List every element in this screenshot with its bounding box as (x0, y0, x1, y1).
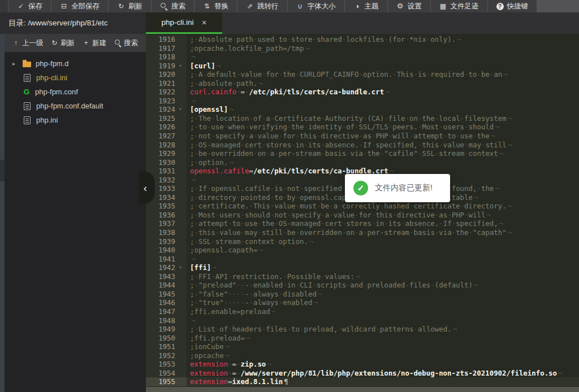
fold-spacer (175, 176, 185, 185)
line-number: 1944 (146, 281, 175, 290)
code-line[interactable]: 1929;·be·overridden·on·a·per-stream·basi… (146, 149, 579, 158)
code-line[interactable]: 1938;·this·value·may·still·be·overridden… (146, 228, 579, 237)
fold-toggle-icon[interactable]: ▾ (175, 62, 185, 71)
line-number: 1951 (146, 342, 175, 351)
code-line[interactable]: 1940;openssl.capath=¬ (146, 246, 579, 255)
line-content: curl.cainfo·=·/etc/pki/tls/certs/ca-bund… (187, 88, 579, 97)
toolbar-button-font-size[interactable]: ∪字体大小 (288, 0, 344, 12)
line-gutter: 1938 (146, 228, 187, 237)
code-line[interactable]: 1928;·OS-managed·cert·stores·in·its·abse… (146, 141, 579, 150)
code-line[interactable]: 1937;·attempt·to·use·the·OS-managed·cert… (146, 219, 579, 228)
line-number: 1950 (146, 334, 175, 343)
toolbar-button-shortcuts[interactable]: ?快捷键 (488, 0, 537, 12)
line-gutter: 1935 (146, 202, 187, 211)
caret-right-icon[interactable]: ▸ (12, 60, 18, 67)
toolbar-button-settings[interactable]: ⚙设置 (388, 0, 430, 12)
code-line[interactable]: 1945;·"false"····-·always·disabled¬ (146, 290, 579, 299)
tab-php-cli-ini[interactable]: php-cli.ini × (146, 12, 222, 34)
code-line[interactable]: 1936;·Most·users·should·not·specify·a·va… (146, 211, 579, 220)
code-line[interactable]: 1953extension·=·zip.so¬ (146, 360, 579, 369)
line-content: ;·The·location·of·a·Certificate·Authorit… (187, 114, 579, 123)
code-line[interactable]: 1926;·to·use·when·verifying·the·identity… (146, 123, 579, 132)
line-number: 1924 (146, 105, 175, 114)
code-line[interactable]: 1941¬ (146, 255, 579, 264)
code-line[interactable]: 1939;·SSL·stream·context·option.¬ (146, 237, 579, 246)
code-line[interactable]: 1947;ffi.enable=preload¬ (146, 307, 579, 316)
tree-item-php-ini[interactable]: php.ini (5, 113, 146, 127)
main-area: ↑上一级↻刷新+新建搜索 ▸php-fpm.dphp-cli.iniGphp-f… (0, 34, 579, 392)
file-name: php.ini (36, 116, 58, 124)
toolbar-button-replace[interactable]: ⇅替换 (195, 0, 237, 12)
sidebar-action-up-level[interactable]: ↑上一级 (12, 38, 44, 48)
toolbar-button-search[interactable]: 搜索 (152, 0, 194, 12)
code-line[interactable]: 1935;·certificate.·This·value·must·be·a·… (146, 202, 579, 211)
search-icon (160, 2, 168, 10)
code-line[interactable]: 1920;·A·default·value·for·the·CURLOPT_CA… (146, 70, 579, 79)
code-line[interactable]: 1927;·not·specify·a·value·for·this·direc… (146, 132, 579, 141)
code-line[interactable]: 1944;·"preload"··-·enabled·in·CLI·script… (146, 281, 579, 290)
line-content: ;·be·overridden·on·a·per-stream·basis·vi… (187, 149, 579, 158)
code-line[interactable]: 1955extension=ixed.8.1.lin¶ (146, 377, 579, 386)
fold-spacer (175, 316, 185, 325)
code-line[interactable]: 1950;ffi.preload=¬ (146, 334, 579, 343)
line-gutter: 1927 (146, 132, 187, 141)
theme-icon: ◑ (353, 2, 361, 10)
code-line[interactable]: 1952;opcache¬ (146, 351, 579, 360)
line-number: 1917 (146, 44, 175, 53)
code-line[interactable]: 1918¬ (146, 53, 579, 62)
code-line[interactable]: 1923¬ (146, 97, 579, 106)
fold-spacer (175, 272, 185, 281)
sidebar-action-label: 新建 (92, 38, 106, 48)
horizontal-scrollbar[interactable] (146, 387, 579, 392)
close-icon[interactable]: × (202, 18, 207, 27)
code-line[interactable]: 1925;·The·location·of·a·Certificate·Auth… (146, 114, 579, 123)
sidebar-action-refresh-side[interactable]: ↻刷新 (51, 38, 75, 48)
code-editor[interactable]: 1916;·Absolute·path·used·to·store·shared… (146, 34, 579, 392)
fold-spacer (175, 281, 185, 290)
toolbar-button-save[interactable]: ✓保存 (8, 0, 51, 12)
code-line[interactable]: 1948¬ (146, 316, 579, 325)
code-line[interactable]: 1921;·absolute·path.¬ (146, 79, 579, 88)
line-gutter: 1950 (146, 334, 187, 343)
code-line[interactable]: 1943;·FFI·API·restriction.·Possible·valu… (146, 272, 579, 281)
code-line[interactable]: 1954extension·=·/www/server/php/81/lib/p… (146, 369, 579, 378)
tree-item-php-fpm-conf[interactable]: Gphp-fpm.conf (5, 85, 146, 99)
line-number: 1922 (146, 88, 175, 97)
line-number: 1952 (146, 351, 175, 360)
sidebar-collapse-handle[interactable]: ‹ (139, 171, 155, 204)
tree-item-php-cli-ini[interactable]: php-cli.ini (5, 71, 146, 85)
fold-toggle-icon[interactable]: ▾ (175, 263, 185, 272)
code-line[interactable]: 1922curl.cainfo·=·/etc/pki/tls/certs/ca-… (146, 88, 579, 97)
sidebar-action-new[interactable]: +新建 (83, 38, 106, 48)
toolbar-button-theme[interactable]: ◑主题 (345, 0, 387, 12)
line-gutter: 1944 (146, 281, 187, 290)
line-content: ;opcache.lockfile_path=/tmp¬ (187, 44, 579, 53)
code-line[interactable]: 1951;ionCube¬ (146, 342, 579, 351)
code-line[interactable]: 1919▾[curl]¬ (146, 62, 579, 71)
toolbar-button-save-all[interactable]: ⊟全部保存 (51, 0, 108, 12)
goto-line-icon: ⇗ (246, 2, 254, 10)
line-content: ¬ (187, 53, 579, 62)
toolbar-button-refresh[interactable]: ↻刷新 (109, 0, 151, 12)
code-line[interactable]: 1916;·Absolute·path·used·to·store·shared… (146, 35, 579, 44)
code-line[interactable]: 1946;·"true"·····-·always·enabled¬ (146, 298, 579, 307)
file-name: php-fpm.conf.default (36, 102, 103, 110)
line-number: 1935 (146, 202, 175, 211)
line-gutter: 1918 (146, 53, 187, 62)
tree-item-php-fpm-conf-default[interactable]: php-fpm.conf.default (5, 99, 146, 113)
toolbar-button-file-footprint[interactable]: ▦文件足迹 (431, 0, 487, 12)
fold-spacer (175, 35, 185, 44)
fold-toggle-icon[interactable]: ▾ (175, 105, 185, 114)
line-content: ;·option.¬ (187, 158, 579, 167)
sidebar-action-search-side[interactable]: 搜索 (114, 38, 138, 48)
code-line[interactable]: 1949;·List·of·headers·files·to·preload,·… (146, 325, 579, 334)
fold-spacer (175, 149, 185, 158)
code-line[interactable]: 1917;opcache.lockfile_path=/tmp¬ (146, 44, 579, 53)
code-line[interactable]: 1924▾[openssl]¬ (146, 105, 579, 114)
toolbar-button-goto-line[interactable]: ⇗跳转行 (237, 0, 287, 12)
line-number: 1955 (146, 377, 175, 386)
code-line[interactable]: 1930;·option.¬ (146, 158, 579, 167)
code-line[interactable]: 1942▾[ffi]¬ (146, 263, 579, 272)
file-tree: ▸php-fpm.dphp-cli.iniGphp-fpm.confphp-fp… (5, 52, 146, 127)
tree-item-php-fpm-d[interactable]: ▸php-fpm.d (5, 56, 146, 71)
